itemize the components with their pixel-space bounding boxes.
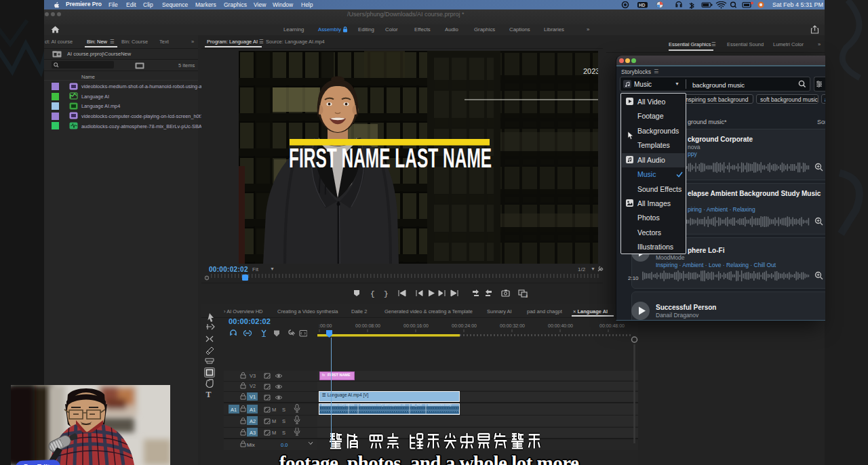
svg-text:Mix: Mix xyxy=(247,442,255,448)
svg-text:0.0: 0.0 xyxy=(281,442,288,448)
svg-text:audioblocks-cozy: audioblocks-cozy xyxy=(428,404,452,407)
svg-text:A1: A1 xyxy=(250,407,256,413)
svg-text:M: M xyxy=(272,418,276,424)
svg-text:V3: V3 xyxy=(250,373,256,379)
svg-text:S: S xyxy=(282,418,285,424)
svg-text:T: T xyxy=(206,390,212,399)
svg-text:audioblocks-cozy-atmos: audioblocks-cozy-atmos xyxy=(321,404,355,407)
svg-text:HD: HD xyxy=(639,3,646,7)
svg-text:att_huh: att_huh xyxy=(412,404,422,407)
svg-text:M: M xyxy=(272,407,276,413)
svg-text:2023: 2023 xyxy=(583,67,598,75)
svg-text:M: M xyxy=(272,430,276,436)
svg-text:A2: A2 xyxy=(250,418,256,424)
svg-text:A3: A3 xyxy=(250,430,256,436)
svg-text:audioblocks-cozy-atmosphere-78: audioblocks-cozy-atmosphere-78 xyxy=(360,404,406,407)
svg-text:S: S xyxy=(282,407,285,413)
svg-text:{: { xyxy=(370,290,375,298)
svg-text:3: 3 xyxy=(526,294,528,298)
svg-text:V2: V2 xyxy=(250,383,256,389)
svg-text:A1: A1 xyxy=(231,407,237,413)
svg-text:FIRST NAME LAST NAME: FIRST NAME LAST NAME xyxy=(289,143,492,174)
svg-text:S: S xyxy=(282,430,285,436)
svg-text:V1: V1 xyxy=(250,394,256,400)
svg-text:}: } xyxy=(384,290,389,298)
